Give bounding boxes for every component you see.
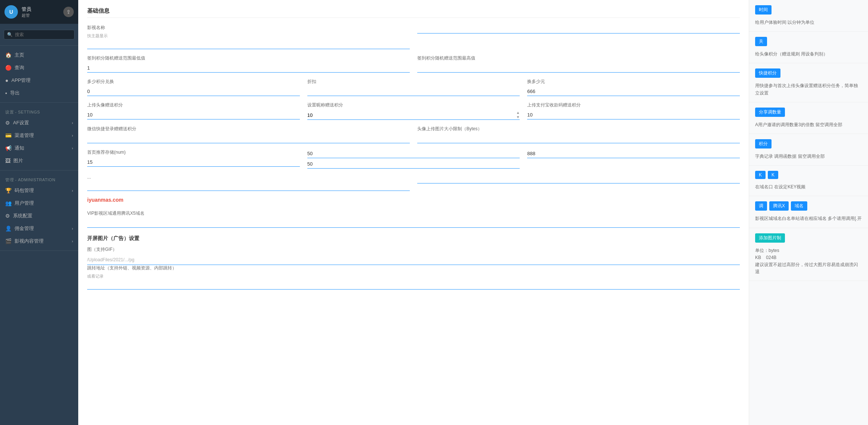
openscreen-title-text: 开屏图片（广告）设置 xyxy=(87,235,139,242)
field-points-each: 多少积分兑换 0 xyxy=(87,79,300,96)
export-icon: ▪ xyxy=(5,90,7,96)
vip-domain-input[interactable] xyxy=(87,219,740,228)
movie-name-input[interactable] xyxy=(87,40,410,49)
field-extra1: ... xyxy=(87,175,410,191)
link-input[interactable] xyxy=(87,281,740,290)
field-avatar-size: 头像上传图片大小限制（Bytes） xyxy=(417,126,740,143)
recommend3-value: 888 xyxy=(527,149,740,158)
points-unit-input[interactable] xyxy=(307,87,520,96)
help-item-quick-points: 快捷积分 用快捷参与首次上传头像设置赠送积分任务，简单独立设置 xyxy=(749,63,868,102)
sidebar-item-home[interactable]: 🏠 主页 xyxy=(0,49,78,61)
help-item-image: 添加图片制 单位：bytesKB 024B建议设置不超过高部分，传过大图片容易造… xyxy=(749,228,868,281)
sidebar-item-export[interactable]: ▪ 导出 xyxy=(0,87,78,99)
user-info: 管员 超管 xyxy=(22,6,31,18)
extra2-input[interactable] xyxy=(417,175,740,183)
sidebar-item-label: 查询 xyxy=(15,64,24,71)
upload-alipay-value: 10 xyxy=(527,111,740,119)
help-item-off: 关 给头像积分（赠送规则 用设备判别） xyxy=(749,32,868,63)
recommend2-input[interactable] xyxy=(307,149,520,158)
tencent-btn1[interactable]: 调 xyxy=(755,201,767,211)
help-btn-row: 快捷积分 xyxy=(755,68,862,80)
points-help-button[interactable]: 积分 xyxy=(755,139,772,148)
sidebar-item-config[interactable]: ⚙ 系统配置 xyxy=(0,210,78,222)
quick-points-text: 用快捷参与首次上传头像设置赠送积分任务，简单独立设置 xyxy=(755,82,862,96)
field-upload-avatar: 上传头像赠送积分 10 xyxy=(87,102,300,120)
sidebar-item-channel[interactable]: 💳 渠道管理 › xyxy=(0,129,78,142)
avatar-size-input[interactable] xyxy=(417,134,740,143)
image-help-button[interactable]: 添加图片制 xyxy=(755,233,785,243)
field-extra2 xyxy=(417,175,740,191)
config-icon: ⚙ xyxy=(5,213,10,219)
form-row-points: 多少积分兑换 0 折扣 换多少元 666 xyxy=(87,79,740,96)
query-icon: 🔴 xyxy=(5,65,12,71)
points-rmb-value: 666 xyxy=(527,87,740,96)
admin-section-label: 管理 - Administration xyxy=(0,173,78,184)
trophy-icon: 🏆 xyxy=(5,188,12,194)
extra1-input[interactable] xyxy=(87,182,410,191)
quick-points-button[interactable]: 快捷积分 xyxy=(755,68,780,78)
share-button[interactable]: ⇪ xyxy=(63,7,74,17)
image-help-text: 单位：bytesKB 024B建议设置不超过高部分，传过大图片容易造成崩溃闪退 xyxy=(755,247,862,276)
sidebar-item-app[interactable]: ● APP管理 xyxy=(0,74,78,87)
key-btn1[interactable]: K xyxy=(755,171,766,179)
sidebar-item-af[interactable]: ⚙ AF设置 › xyxy=(0,116,78,129)
stepper-buttons: ▲ ▼ xyxy=(516,111,520,119)
time-help-button[interactable]: 时间 xyxy=(755,5,772,15)
help-btn-row: K K xyxy=(755,171,862,181)
notify-icon: 📢 xyxy=(5,145,12,151)
set-nickname-input[interactable] xyxy=(307,111,515,119)
center-panel: 基础信息 影视名称 扶主题显示 签到积分随机赠送范围最低值 1 xyxy=(78,0,749,425)
home-recommend-label: 首页推荐存储(num) xyxy=(87,149,300,156)
stepper-down[interactable]: ▼ xyxy=(516,115,520,119)
off-help-button[interactable]: 关 xyxy=(755,37,767,46)
off-help-text: 给头像积分（赠送规则 用设备判别） xyxy=(755,51,862,58)
user-role: 超管 xyxy=(22,13,31,18)
form-row-avatar: 上传头像赠送积分 10 设置昵称赠送积分 ▲ ▼ 上传支付宝收款码赠送积分 xyxy=(87,102,740,120)
share-help-button[interactable]: 分享调数量 xyxy=(755,108,785,117)
sidebar-item-label: AF设置 xyxy=(13,119,29,126)
sidebar-section-admin: 管理 - Administration 🏆 码包管理 › 👥 用户管理 ⚙ 系统… xyxy=(0,170,78,251)
field-upload-alipay: 上传支付宝收款码赠送积分 10 xyxy=(527,102,740,120)
form-row-signin: 签到积分随机赠送范围最低值 1 签到积分随机赠送范围最高值 xyxy=(87,55,740,73)
field-points-unit: 折扣 xyxy=(307,79,520,96)
sidebar-item-users[interactable]: 👥 用户管理 xyxy=(0,197,78,210)
video-icon: 🎬 xyxy=(5,238,12,244)
file-path: /UploadFiles/2021/.../pg xyxy=(87,257,740,262)
stepper-up[interactable]: ▲ xyxy=(516,111,520,115)
chevron-right-icon: › xyxy=(72,134,73,138)
signin-max-input[interactable] xyxy=(417,64,740,73)
sidebar-item-notify[interactable]: 📢 通知 › xyxy=(0,142,78,154)
image-icon: 🖼 xyxy=(5,158,10,164)
field-home-recommend: 首页推荐存储(num) 15 xyxy=(87,149,300,169)
sidebar-item-label: 通知 xyxy=(15,145,24,151)
extra1-label: ... xyxy=(87,175,410,180)
sidebar-section-settings: 设置 - Settings ⚙ AF设置 › 💳 渠道管理 › 📢 通知 › 🖼… xyxy=(0,103,78,170)
key-btn2[interactable]: K xyxy=(768,171,778,179)
link-sublabel: 或看记录 xyxy=(87,274,740,279)
file-upload-row: /UploadFiles/2021/.../pg xyxy=(87,255,740,265)
wechat-login-input[interactable] xyxy=(87,134,410,143)
vip-section: VIP影视区域通用腾讯X5域名 xyxy=(87,210,740,228)
points-each-value: 0 xyxy=(87,87,300,96)
field-vip-domain: VIP影视区域通用腾讯X5域名 xyxy=(87,210,740,228)
sidebar-item-video[interactable]: 🎬 影视内容管理 › xyxy=(0,235,78,247)
sidebar-item-image[interactable]: 🖼 图片 xyxy=(0,154,78,167)
home-recommend-value: 15 xyxy=(87,158,300,167)
signin-min-label: 签到积分随机赠送范围最低值 xyxy=(87,55,410,61)
users-icon: 👥 xyxy=(5,200,12,206)
sidebar-item-code[interactable]: 🏆 码包管理 › xyxy=(0,184,78,197)
time-help-text: 给用户体验时间 以分钟为单位 xyxy=(755,19,862,26)
sidebar-item-label: 佣金管理 xyxy=(15,225,34,232)
set-nickname-label: 设置昵称赠送积分 xyxy=(307,102,520,108)
movie-name-sublabel: 扶主题显示 xyxy=(87,33,410,39)
movie-name-input2[interactable] xyxy=(417,25,740,33)
form-row-movie: 影视名称 扶主题显示 xyxy=(87,25,740,49)
tencent-btn3[interactable]: 域名 xyxy=(791,201,807,211)
form-row-wechat: 微信快捷登录赠赠送积分 头像上传图片大小限制（Bytes） xyxy=(87,126,740,143)
home-icon: 🏠 xyxy=(5,52,12,58)
sidebar-item-query[interactable]: 🔴 查询 xyxy=(0,61,78,74)
sidebar-item-finance[interactable]: 👤 佣金管理 › xyxy=(0,222,78,235)
sidebar-search-box[interactable]: 🔍 xyxy=(4,30,75,39)
tencent-btn2[interactable]: 腾讯X xyxy=(769,201,789,211)
search-input[interactable] xyxy=(15,32,71,37)
